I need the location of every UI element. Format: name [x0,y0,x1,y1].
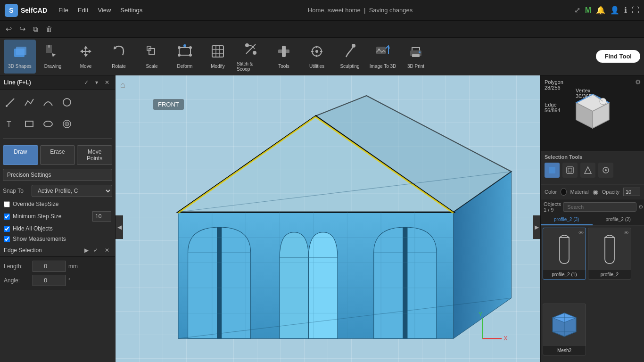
3d-shapes-icon [12,44,27,62]
show-measurements-checkbox[interactable] [4,236,10,242]
svg-text:X: X [504,335,508,342]
color-swatch[interactable] [561,188,566,196]
canvas-area[interactable]: X Y FRONT ⌂ ◀ ▶ [116,75,540,362]
copy-button[interactable]: ⧉ [31,24,40,34]
obj-thumb-profile2: 👁 [588,228,631,270]
precision-settings-select[interactable]: Precison Settings [3,169,112,181]
circle-tool-icon[interactable] [59,95,74,110]
tool-move[interactable]: Move [70,40,102,74]
tool-sculpting[interactable]: Sculpting [334,40,366,74]
obj-card-profile2[interactable]: 👁 profile_2 [588,228,631,280]
obj-tab-profile2-3[interactable]: profile_2 (3) [541,214,593,225]
objects-header: Objects 1 / 9 ⚙ [541,199,644,214]
material-icon[interactable]: ◉ [593,188,598,196]
tool-3d-shapes[interactable]: 3D Shapes [4,40,36,74]
obj-tab-profile2-2[interactable]: profile_2 (2) [593,214,644,225]
tool-deform[interactable]: Deform [169,40,201,74]
snap-to-row: Snap To Active Profile, C [0,183,115,199]
svg-point-35 [419,51,421,53]
select-vertex-button[interactable] [598,163,613,178]
select-mesh-button[interactable] [562,163,578,178]
length-row: Length: mm [4,261,111,272]
draw-icons-row1 [3,93,112,112]
measurement-inputs: Length: mm Angle: ° [0,256,115,290]
edge-close-button[interactable]: ✕ [103,246,111,255]
panel-dropdown-button[interactable]: ▾ [93,78,100,87]
delete-button[interactable]: 🗑 [44,24,55,34]
right-sidebar-toggle[interactable]: ▶ [533,215,540,239]
tool-tools[interactable]: Tools [268,40,300,74]
nav-settings[interactable]: Settings [116,5,146,16]
obj-card-mesh2[interactable]: Mesh2 [543,304,586,355]
tool-drawing[interactable]: Drawing [37,40,69,74]
tool-stitch-scoop[interactable]: Stitch & Scoop [235,40,267,74]
obj-hide-profile2-1[interactable]: 👁 [578,230,584,236]
select-edge-button[interactable] [580,163,595,178]
app-name: SelfCAD [21,7,47,14]
object-tabs: profile_2 (3) profile_2 (2) [541,214,644,226]
nav-file[interactable]: File [55,5,72,16]
draw-mode-button[interactable]: Draw [3,145,38,165]
snap-to-select[interactable]: Active Profile, C [32,185,112,197]
line-tool-icon[interactable] [3,95,18,110]
share-icon[interactable]: ⤢ [574,6,580,15]
text-tool-icon[interactable]: T [3,116,18,132]
edge-selection-expand[interactable]: ▶ [84,247,89,254]
m-icon[interactable]: M [585,6,591,15]
svg-point-10 [189,46,192,49]
opacity-label: Opacity [602,189,619,195]
obj-name-mesh2: Mesh2 [543,346,586,355]
search-input[interactable] [563,202,636,212]
min-step-size-label[interactable]: Minimum Step Size [13,213,90,220]
override-stepsize-label[interactable]: Override StepSize [13,201,58,207]
panel-confirm-button[interactable]: ✓ [82,78,91,87]
tool-modify[interactable]: Modify [202,40,234,74]
target-tool-icon[interactable] [59,116,74,132]
nav-view[interactable]: View [94,5,115,16]
min-step-size-checkbox[interactable] [4,214,10,220]
home-button[interactable]: ⌂ [120,80,125,90]
edge-confirm-button[interactable]: ✓ [91,246,100,255]
tool-3d-print[interactable]: 3D Print [400,40,432,74]
svg-point-19 [245,43,249,47]
info-icon[interactable]: ℹ [624,6,627,15]
bell-icon[interactable]: 🔔 [596,6,605,15]
min-step-size-input[interactable] [92,211,111,222]
hide-all-objects-checkbox[interactable] [4,226,10,232]
hide-all-objects-label[interactable]: Hide All Objects [13,225,53,232]
left-sidebar-toggle[interactable]: ◀ [116,215,123,239]
nav-edit[interactable]: Edit [74,5,92,16]
center-title: Home, sweet home | Saving changes [154,7,566,14]
angle-input[interactable] [33,275,66,286]
erase-mode-button[interactable]: Erase [40,145,75,165]
polyline-tool-icon[interactable] [22,95,37,110]
user-icon[interactable]: 👤 [610,6,619,15]
length-input[interactable] [33,261,66,272]
redo-button[interactable]: ↪ [17,24,27,34]
tool-scale[interactable]: Scale [136,40,168,74]
preview-settings-button[interactable]: ⚙ [635,78,641,86]
opacity-input[interactable] [623,188,640,196]
tool-utilities[interactable]: Utilities [301,40,333,74]
ellipse-tool-icon[interactable] [41,116,56,132]
find-tool-button[interactable]: Find Tool [596,50,640,63]
obj-card-profile2-1[interactable]: 👁 profile_2 (1) [543,228,586,280]
bezier-tool-icon[interactable] [41,95,56,110]
tool-rotate[interactable]: Rotate [103,40,135,74]
override-stepsize-checkbox[interactable] [4,201,10,207]
search-settings-button[interactable]: ⚙ [638,204,644,210]
move-points-button[interactable]: Move Points [77,145,112,165]
svg-rect-49 [217,227,222,338]
fullscreen-icon[interactable]: ⛶ [632,6,639,15]
min-step-size-row: Minimum Step Size [0,209,115,223]
obj-hide-profile2[interactable]: 👁 [624,230,629,236]
svg-point-12 [189,54,192,57]
show-measurements-label[interactable]: Show Measurements [13,236,66,242]
tool-image-to-3d[interactable]: Image To 3D [367,40,399,74]
select-face-button[interactable] [545,163,560,178]
logo[interactable]: S SelfCAD [5,4,47,17]
undo-button[interactable]: ↩ [4,24,14,34]
svg-rect-47 [309,257,338,338]
rect-tool-icon[interactable] [22,116,37,132]
panel-close-button[interactable]: ✕ [103,78,111,87]
